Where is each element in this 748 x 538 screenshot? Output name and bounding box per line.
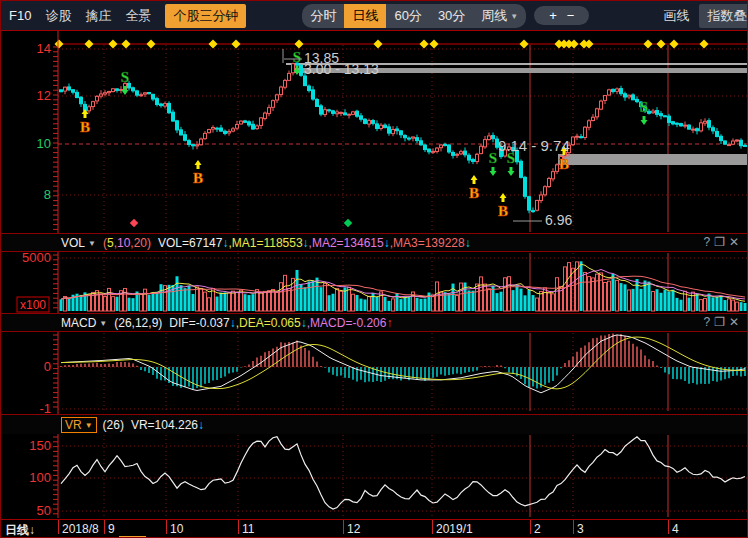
price-annotation: 9.14 - 9.74 [498, 137, 570, 154]
dea-value: ,DEA=0.065 [236, 316, 301, 330]
top-toolbar: F10 诊股 擒庄 全景 个股三分钟 分时 日线 60分 30分 周线▼ +− … [1, 1, 748, 31]
dif-value: DIF=-0.037 [169, 316, 229, 330]
svg-text:x100: x100 [20, 298, 46, 312]
vol-value: VOL=67147 [158, 236, 222, 250]
month-label: 2018/8 [62, 522, 99, 536]
vr-indicator-selector[interactable]: VR▼ [61, 417, 97, 433]
vol-panel-header: VOL▼ (5,10,20) VOL=67147↓ ,MA1=118553↓ ,… [1, 233, 748, 252]
month-label: 3 [577, 522, 584, 536]
month-tick [343, 520, 344, 534]
ma1-value: ,MA1=118553 [228, 236, 302, 250]
menu-item-zhengu[interactable]: 诊股 [45, 7, 71, 25]
maximize-icon[interactable]: ❐ [714, 235, 729, 249]
macd-panel-header: MACD▼ (26,12,9) DIF=-0.037↓ ,DEA=0.065↓ … [1, 313, 748, 332]
maximize-icon[interactable]: ❐ [714, 315, 729, 329]
tab-fenshi[interactable]: 分时 [302, 4, 344, 28]
vol-param2: 10 [117, 236, 130, 250]
down-arrow-icon: ↓ [198, 418, 204, 432]
tab-30min[interactable]: 30分 [430, 4, 473, 28]
zoom-out-button[interactable]: − [562, 8, 580, 23]
help-icon[interactable]: ? [703, 315, 714, 329]
down-arrow-icon: ↓ [29, 523, 35, 537]
vr-params: (26) [103, 418, 124, 432]
tab-daily[interactable]: 日线 [344, 4, 386, 28]
zoom-in-button[interactable]: + [544, 8, 562, 23]
help-icon[interactable]: ? [703, 235, 714, 249]
ma3-value: ,MA3=139228 [390, 236, 465, 250]
month-tick [530, 520, 531, 534]
month-tick [573, 520, 574, 534]
month-tick [58, 520, 59, 534]
tab-weekly[interactable]: 周线▼ [473, 4, 526, 28]
period-indicator[interactable]: 日线↓ [5, 522, 35, 538]
vr-panel-header: VR▼ (26) VR=104.226↓ [1, 414, 748, 434]
price-gap-band [558, 154, 748, 165]
svg-text:8: 8 [44, 187, 51, 202]
chevron-down-icon: ▼ [88, 239, 96, 248]
ma2-value: ,MA2=134615 [309, 236, 384, 250]
month-label: 9 [108, 522, 115, 536]
menu-item-quanjing[interactable]: 全景 [125, 7, 151, 25]
chart-diamond-marker [130, 219, 138, 227]
close-icon[interactable]: ✕ [729, 315, 743, 329]
down-arrow-icon: ↓ [465, 236, 471, 250]
diamond-signal-row [54, 39, 708, 227]
chevron-down-icon: ▼ [99, 319, 107, 328]
month-tick [668, 520, 669, 534]
month-label: 2019/1 [436, 522, 473, 536]
draw-line-button[interactable]: 画线 [663, 7, 689, 25]
macd-value: ,MACD=-0.206 [307, 316, 387, 330]
svg-text:12: 12 [37, 88, 51, 103]
dif-line [61, 335, 745, 393]
close-icon[interactable]: ✕ [729, 235, 743, 249]
vol-indicator-selector[interactable]: VOL▼ [61, 236, 96, 250]
svg-text:14: 14 [37, 41, 51, 56]
buy-signal: B [193, 170, 203, 186]
menu-item-qinzhuang[interactable]: 擒庄 [85, 7, 111, 25]
time-axis-bar[interactable]: 日线↓ 2018/891011122019/1234 [1, 519, 748, 538]
sep: ) [147, 236, 151, 250]
vol-param1: 5 [107, 236, 114, 250]
price-annotation: 6.96 [545, 212, 572, 228]
period-tab-group: 分时 日线 60分 30分 周线▼ [302, 4, 526, 28]
stock-terminal-window: 141210850000-115010050BBBBBSSSSS13.853.0… [0, 0, 748, 538]
zoom-pill: +− [534, 6, 589, 25]
month-tick [104, 520, 105, 534]
buy-signal: B [80, 119, 90, 135]
vr-value: VR=104.226 [131, 418, 198, 432]
f10-button[interactable]: F10 [9, 8, 31, 23]
chart-canvas[interactable]: 141210850000-115010050BBBBBSSSSS13.853.0… [1, 1, 748, 538]
sell-signal: S [293, 49, 301, 65]
up-arrow-icon: ↑ [386, 316, 392, 330]
buy-signal: B [469, 185, 479, 201]
month-label: 4 [672, 522, 679, 536]
month-label: 11 [242, 522, 254, 536]
buy-signal: B [559, 156, 569, 172]
chevron-down-icon: ▼ [510, 12, 518, 21]
price-annotation: 3.00 - 13.13 [304, 61, 379, 77]
candlestick-series [60, 61, 747, 213]
svg-text:50: 50 [37, 503, 51, 518]
tab-60min[interactable]: 60分 [386, 4, 429, 28]
chart-diamond-marker [344, 219, 352, 227]
month-label: 10 [170, 522, 183, 536]
chevron-down-icon: ▼ [85, 421, 93, 430]
svg-text:5000: 5000 [22, 250, 51, 265]
dea-line [61, 337, 745, 389]
vol-param3: 20 [134, 236, 147, 250]
month-tick [432, 520, 433, 534]
sell-signal: S [640, 99, 648, 115]
tab-stock-3min[interactable]: 个股三分钟 [165, 4, 246, 28]
macd-params: (26,12,9) [114, 316, 162, 330]
month-tick [238, 520, 239, 534]
vr-line [61, 437, 745, 509]
svg-text:0: 0 [44, 359, 51, 374]
svg-text:10: 10 [37, 136, 51, 151]
sell-signal: S [489, 150, 497, 166]
macd-indicator-selector[interactable]: MACD▼ [61, 316, 107, 330]
month-tick [166, 520, 167, 534]
svg-text:100: 100 [29, 470, 51, 485]
svg-text:150: 150 [29, 438, 51, 453]
month-label: 12 [347, 522, 360, 536]
index-overlay-button[interactable]: 指数叠加▼ [699, 4, 748, 28]
